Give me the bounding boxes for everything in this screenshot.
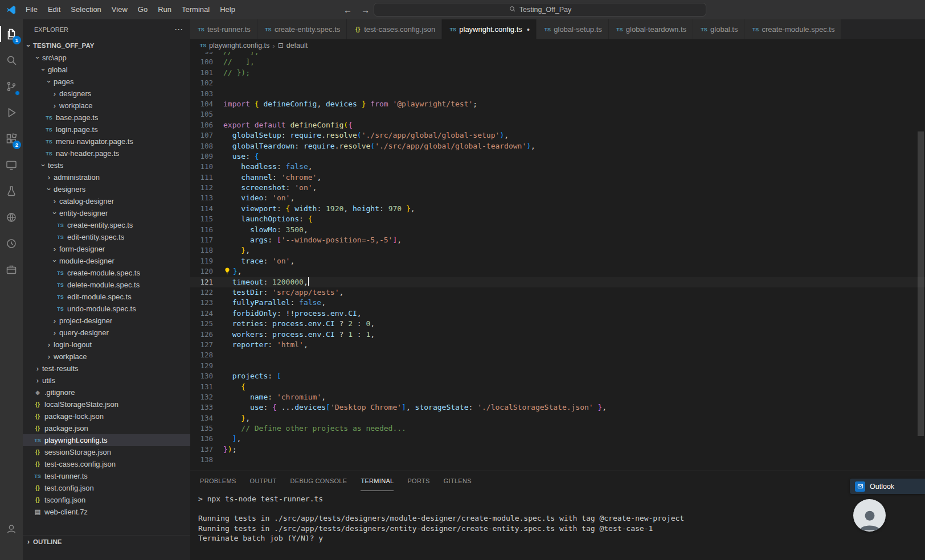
- tree-item-menu-navigator.page.ts[interactable]: TSmenu-navigator.page.ts: [23, 135, 190, 147]
- code-line-135[interactable]: 135 // Define other projects as needed..…: [190, 423, 925, 434]
- source-control-icon[interactable]: [0, 73, 23, 100]
- tree-item-entity-designer[interactable]: ›entity-designer: [23, 207, 190, 219]
- tree-item-edit-module.spec.ts[interactable]: TSedit-module.spec.ts: [23, 291, 190, 303]
- code-line-134[interactable]: 134 },: [190, 413, 925, 423]
- tree-item-package.json[interactable]: {}package.json: [23, 422, 190, 434]
- testing-icon[interactable]: [0, 178, 23, 204]
- code-line-113[interactable]: 113 video: 'on',: [190, 193, 925, 203]
- tree-item-test-results[interactable]: ›test-results: [23, 363, 190, 374]
- tree-item-package-lock.json[interactable]: {}package-lock.json: [23, 410, 190, 422]
- more-actions-icon[interactable]: ⋯: [174, 24, 183, 35]
- tree-item-project-designer[interactable]: ›project-designer: [23, 315, 190, 327]
- code-line-116[interactable]: 116 slowMo: 3500,: [190, 225, 925, 235]
- tree-item-playwright.config.ts[interactable]: TSplaywright.config.ts: [23, 434, 190, 446]
- code-line-132[interactable]: 132 name: 'chromium',: [190, 392, 925, 402]
- code-line-117[interactable]: 117 args: ['--window-position=-5,-5'],: [190, 235, 925, 245]
- tree-item-test.config.json[interactable]: {}test.config.json: [23, 482, 190, 494]
- tree-item-designers[interactable]: ›designers: [23, 88, 190, 100]
- code-line-106[interactable]: 106export default defineConfig({: [190, 120, 925, 130]
- tree-item-web-client.7z[interactable]: ▤web-client.7z: [23, 506, 190, 518]
- tab-create-entity.spec.ts[interactable]: TScreate-entity.spec.ts: [257, 19, 347, 39]
- code-line-124[interactable]: 124 forbidOnly: !!process.env.CI,: [190, 308, 925, 319]
- menu-file[interactable]: File: [21, 0, 43, 19]
- globe-icon[interactable]: [0, 204, 23, 230]
- tree-item-.gitignore[interactable]: ◆.gitignore: [23, 386, 190, 398]
- panel-tab-ports[interactable]: PORTS: [407, 471, 429, 491]
- back-icon[interactable]: ←: [343, 5, 352, 15]
- code-line-133[interactable]: 133 use: { ...devices['Desktop Chrome'],…: [190, 402, 925, 413]
- package-icon[interactable]: [0, 257, 23, 283]
- outline-section-header[interactable]: › OUTLINE: [23, 535, 190, 547]
- clock-icon[interactable]: [0, 230, 23, 257]
- panel-tab-output[interactable]: OUTPUT: [250, 471, 277, 491]
- editor-scrollbar[interactable]: [918, 131, 924, 436]
- tab-global-teardown.ts[interactable]: TSglobal-teardown.ts: [609, 19, 693, 39]
- panel-tab-terminal[interactable]: TERMINAL: [361, 471, 394, 491]
- code-line-125[interactable]: 125 retries: process.env.CI ? 2 : 0,: [190, 319, 925, 329]
- tree-item-pages[interactable]: ›pages: [23, 76, 190, 88]
- menu-selection[interactable]: Selection: [66, 0, 106, 19]
- menu-run[interactable]: Run: [153, 0, 177, 19]
- code-line-138[interactable]: 138: [190, 455, 925, 465]
- code-line-127[interactable]: 127 reporter: 'html',: [190, 340, 925, 350]
- code-line-109[interactable]: 109 use: {: [190, 151, 925, 162]
- accounts-icon[interactable]: [0, 516, 23, 542]
- code-line-119[interactable]: 119 trace: 'on',: [190, 256, 925, 266]
- tree-item-src\app[interactable]: ›src\app: [23, 52, 190, 64]
- code-line-129[interactable]: 129: [190, 361, 925, 371]
- code-line-101[interactable]: 101// });: [190, 68, 925, 78]
- tree-item-utils[interactable]: ›utils: [23, 374, 190, 386]
- code-line-100[interactable]: 100// ],: [190, 57, 925, 67]
- code-line-110[interactable]: 110 headless: false,: [190, 162, 925, 172]
- code-editor[interactable]: 99// },100// ],101// });102103104import …: [190, 52, 925, 471]
- tree-item-test-cases.config.json[interactable]: {}test-cases.config.json: [23, 458, 190, 470]
- menu-terminal[interactable]: Terminal: [177, 0, 215, 19]
- tree-item-workplace[interactable]: ›workplace: [23, 351, 190, 363]
- outlook-notification[interactable]: Outlook: [850, 479, 925, 494]
- code-line-99[interactable]: 99// },: [190, 52, 925, 57]
- tree-item-edit-entity.spec.ts[interactable]: TSedit-entity.spec.ts: [23, 231, 190, 243]
- run-and-debug-icon[interactable]: [0, 100, 23, 126]
- tab-create-module.spec.ts[interactable]: TScreate-module.spec.ts: [744, 19, 841, 39]
- code-line-121[interactable]: 121 timeout: 1200000,: [190, 277, 925, 287]
- tree-item-designers[interactable]: ›designers: [23, 183, 190, 195]
- tree-item-sessionStorage.json[interactable]: {}sessionStorage.json: [23, 446, 190, 458]
- code-line-114[interactable]: 114 viewport: { width: 1920, height: 970…: [190, 204, 925, 214]
- panel-tab-problems[interactable]: PROBLEMS: [200, 471, 236, 491]
- tab-playwright.config.ts[interactable]: TSplaywright.config.ts●: [442, 19, 537, 39]
- code-line-102[interactable]: 102: [190, 78, 925, 88]
- tab-test-cases.config.json[interactable]: {}test-cases.config.json: [347, 19, 442, 39]
- breadcrumb-file[interactable]: playwright.config.ts: [209, 42, 269, 50]
- code-line-136[interactable]: 136 ],: [190, 434, 925, 444]
- tree-item-form-designer[interactable]: ›form-designer: [23, 243, 190, 255]
- search-icon[interactable]: [0, 47, 23, 73]
- command-center-search[interactable]: Testing_Off_Pay: [374, 3, 706, 17]
- code-line-123[interactable]: 123 fullyParallel: false,: [190, 298, 925, 308]
- code-line-131[interactable]: 131 {: [190, 382, 925, 392]
- menu-edit[interactable]: Edit: [43, 0, 66, 19]
- code-line-115[interactable]: 115 launchOptions: {: [190, 214, 925, 224]
- code-line-104[interactable]: 104import { defineConfig, devices } from…: [190, 99, 925, 109]
- code-line-137[interactable]: 137});: [190, 444, 925, 455]
- forward-icon[interactable]: →: [361, 5, 370, 15]
- terminal-output[interactable]: > npx ts-node test-runner.ts Running tes…: [190, 491, 925, 560]
- tree-item-create-entity.spec.ts[interactable]: TScreate-entity.spec.ts: [23, 219, 190, 231]
- tree-item-catalog-designer[interactable]: ›catalog-designer: [23, 195, 190, 207]
- code-line-122[interactable]: 122 testDir: 'src/app/tests',: [190, 287, 925, 298]
- tree-item-base.page.ts[interactable]: TSbase.page.ts: [23, 112, 190, 123]
- panel-tab-gitlens[interactable]: GITLENS: [444, 471, 472, 491]
- tab-test-runner.ts[interactable]: TStest-runner.ts: [190, 19, 257, 39]
- code-line-126[interactable]: 126 workers: process.env.CI ? 1 : 1,: [190, 330, 925, 340]
- code-line-108[interactable]: 108 globalTeardown: require.resolve('./s…: [190, 141, 925, 151]
- explorer-icon[interactable]: 1: [0, 21, 23, 47]
- code-line-118[interactable]: 118 },: [190, 245, 925, 256]
- menu-go[interactable]: Go: [133, 0, 153, 19]
- code-line-107[interactable]: 107 globalSetup: require.resolve('./src/…: [190, 130, 925, 141]
- tree-item-login-logout[interactable]: ›login-logout: [23, 339, 190, 351]
- code-line-105[interactable]: 105: [190, 109, 925, 120]
- code-line-120[interactable]: 120},: [190, 266, 925, 277]
- remote-explorer-icon[interactable]: [0, 152, 23, 178]
- lightbulb-icon[interactable]: [223, 267, 231, 275]
- tree-item-module-designer[interactable]: ›module-designer: [23, 255, 190, 267]
- tree-item-localStorageState.json[interactable]: {}localStorageState.json: [23, 398, 190, 410]
